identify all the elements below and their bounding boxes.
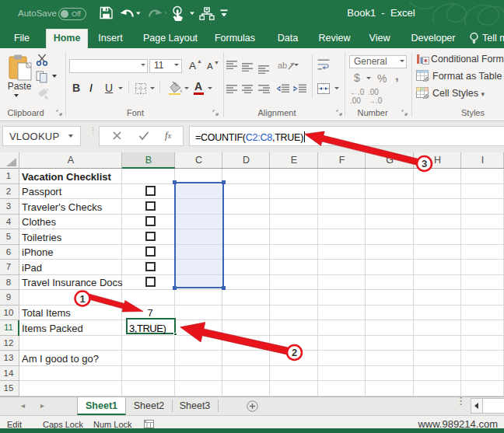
svg-text:ab: ab <box>278 61 287 70</box>
